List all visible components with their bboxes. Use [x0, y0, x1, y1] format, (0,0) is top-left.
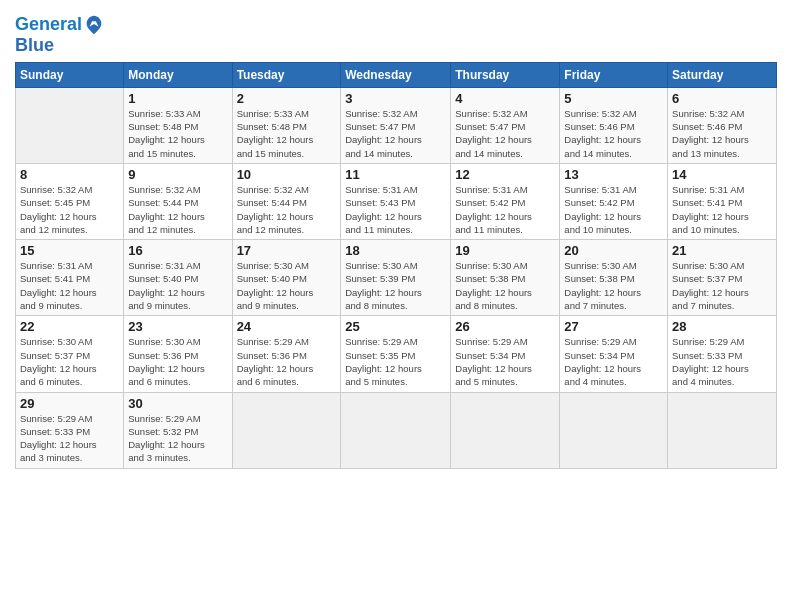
- calendar-body: 1Sunrise: 5:33 AMSunset: 5:48 PMDaylight…: [16, 87, 777, 468]
- day-info: Sunrise: 5:33 AMSunset: 5:48 PMDaylight:…: [237, 107, 337, 160]
- day-number: 28: [672, 319, 772, 334]
- calendar-cell: 3Sunrise: 5:32 AMSunset: 5:47 PMDaylight…: [341, 87, 451, 163]
- day-info: Sunrise: 5:32 AMSunset: 5:47 PMDaylight:…: [345, 107, 446, 160]
- day-info: Sunrise: 5:30 AMSunset: 5:37 PMDaylight:…: [20, 335, 119, 388]
- calendar-cell: 14Sunrise: 5:31 AMSunset: 5:41 PMDayligh…: [668, 163, 777, 239]
- day-info: Sunrise: 5:29 AMSunset: 5:33 PMDaylight:…: [20, 412, 119, 465]
- calendar-cell: 4Sunrise: 5:32 AMSunset: 5:47 PMDaylight…: [451, 87, 560, 163]
- calendar-cell: 12Sunrise: 5:31 AMSunset: 5:42 PMDayligh…: [451, 163, 560, 239]
- calendar-cell: 27Sunrise: 5:29 AMSunset: 5:34 PMDayligh…: [560, 316, 668, 392]
- calendar-cell: 2Sunrise: 5:33 AMSunset: 5:48 PMDaylight…: [232, 87, 341, 163]
- calendar-cell: [560, 392, 668, 468]
- day-number: 27: [564, 319, 663, 334]
- logo: General Blue: [15, 14, 106, 56]
- calendar-cell: 15Sunrise: 5:31 AMSunset: 5:41 PMDayligh…: [16, 240, 124, 316]
- header: General Blue: [15, 10, 777, 56]
- day-info: Sunrise: 5:29 AMSunset: 5:34 PMDaylight:…: [564, 335, 663, 388]
- calendar-cell: [668, 392, 777, 468]
- day-info: Sunrise: 5:32 AMSunset: 5:44 PMDaylight:…: [237, 183, 337, 236]
- calendar-cell: 22Sunrise: 5:30 AMSunset: 5:37 PMDayligh…: [16, 316, 124, 392]
- day-number: 15: [20, 243, 119, 258]
- day-number: 18: [345, 243, 446, 258]
- day-number: 9: [128, 167, 227, 182]
- day-info: Sunrise: 5:29 AMSunset: 5:35 PMDaylight:…: [345, 335, 446, 388]
- weekday-header: Sunday: [16, 62, 124, 87]
- day-number: 29: [20, 396, 119, 411]
- day-number: 4: [455, 91, 555, 106]
- logo-blue: Blue: [15, 36, 106, 56]
- day-number: 24: [237, 319, 337, 334]
- day-number: 26: [455, 319, 555, 334]
- day-number: 14: [672, 167, 772, 182]
- calendar-cell: 29Sunrise: 5:29 AMSunset: 5:33 PMDayligh…: [16, 392, 124, 468]
- page-container: General Blue SundayMondayTuesdayWednesda…: [0, 0, 792, 479]
- day-info: Sunrise: 5:30 AMSunset: 5:38 PMDaylight:…: [564, 259, 663, 312]
- calendar-cell: 19Sunrise: 5:30 AMSunset: 5:38 PMDayligh…: [451, 240, 560, 316]
- day-info: Sunrise: 5:31 AMSunset: 5:43 PMDaylight:…: [345, 183, 446, 236]
- day-number: 2: [237, 91, 337, 106]
- calendar-cell: [451, 392, 560, 468]
- day-info: Sunrise: 5:32 AMSunset: 5:45 PMDaylight:…: [20, 183, 119, 236]
- day-number: 25: [345, 319, 446, 334]
- calendar-cell: 10Sunrise: 5:32 AMSunset: 5:44 PMDayligh…: [232, 163, 341, 239]
- day-number: 23: [128, 319, 227, 334]
- day-number: 13: [564, 167, 663, 182]
- calendar-cell: [16, 87, 124, 163]
- day-info: Sunrise: 5:31 AMSunset: 5:42 PMDaylight:…: [455, 183, 555, 236]
- day-info: Sunrise: 5:30 AMSunset: 5:38 PMDaylight:…: [455, 259, 555, 312]
- day-number: 12: [455, 167, 555, 182]
- day-number: 10: [237, 167, 337, 182]
- calendar-cell: 17Sunrise: 5:30 AMSunset: 5:40 PMDayligh…: [232, 240, 341, 316]
- calendar-week-row: 29Sunrise: 5:29 AMSunset: 5:33 PMDayligh…: [16, 392, 777, 468]
- day-number: 16: [128, 243, 227, 258]
- day-number: 5: [564, 91, 663, 106]
- calendar-header-row: SundayMondayTuesdayWednesdayThursdayFrid…: [16, 62, 777, 87]
- day-info: Sunrise: 5:32 AMSunset: 5:46 PMDaylight:…: [672, 107, 772, 160]
- day-number: 8: [20, 167, 119, 182]
- weekday-header: Tuesday: [232, 62, 341, 87]
- day-number: 21: [672, 243, 772, 258]
- weekday-header: Wednesday: [341, 62, 451, 87]
- day-info: Sunrise: 5:31 AMSunset: 5:41 PMDaylight:…: [672, 183, 772, 236]
- calendar-cell: 28Sunrise: 5:29 AMSunset: 5:33 PMDayligh…: [668, 316, 777, 392]
- calendar-cell: 1Sunrise: 5:33 AMSunset: 5:48 PMDaylight…: [124, 87, 232, 163]
- day-number: 3: [345, 91, 446, 106]
- calendar-cell: 11Sunrise: 5:31 AMSunset: 5:43 PMDayligh…: [341, 163, 451, 239]
- weekday-header: Monday: [124, 62, 232, 87]
- calendar-cell: 26Sunrise: 5:29 AMSunset: 5:34 PMDayligh…: [451, 316, 560, 392]
- calendar-week-row: 1Sunrise: 5:33 AMSunset: 5:48 PMDaylight…: [16, 87, 777, 163]
- calendar-cell: 5Sunrise: 5:32 AMSunset: 5:46 PMDaylight…: [560, 87, 668, 163]
- calendar-table: SundayMondayTuesdayWednesdayThursdayFrid…: [15, 62, 777, 469]
- day-number: 22: [20, 319, 119, 334]
- day-number: 11: [345, 167, 446, 182]
- weekday-header: Thursday: [451, 62, 560, 87]
- calendar-week-row: 8Sunrise: 5:32 AMSunset: 5:45 PMDaylight…: [16, 163, 777, 239]
- day-info: Sunrise: 5:31 AMSunset: 5:40 PMDaylight:…: [128, 259, 227, 312]
- weekday-header: Friday: [560, 62, 668, 87]
- calendar-cell: 21Sunrise: 5:30 AMSunset: 5:37 PMDayligh…: [668, 240, 777, 316]
- day-info: Sunrise: 5:31 AMSunset: 5:42 PMDaylight:…: [564, 183, 663, 236]
- calendar-cell: 23Sunrise: 5:30 AMSunset: 5:36 PMDayligh…: [124, 316, 232, 392]
- day-info: Sunrise: 5:32 AMSunset: 5:46 PMDaylight:…: [564, 107, 663, 160]
- calendar-cell: 8Sunrise: 5:32 AMSunset: 5:45 PMDaylight…: [16, 163, 124, 239]
- day-info: Sunrise: 5:33 AMSunset: 5:48 PMDaylight:…: [128, 107, 227, 160]
- day-info: Sunrise: 5:30 AMSunset: 5:39 PMDaylight:…: [345, 259, 446, 312]
- calendar-cell: 20Sunrise: 5:30 AMSunset: 5:38 PMDayligh…: [560, 240, 668, 316]
- day-info: Sunrise: 5:30 AMSunset: 5:40 PMDaylight:…: [237, 259, 337, 312]
- calendar-cell: 16Sunrise: 5:31 AMSunset: 5:40 PMDayligh…: [124, 240, 232, 316]
- weekday-header: Saturday: [668, 62, 777, 87]
- calendar-cell: 6Sunrise: 5:32 AMSunset: 5:46 PMDaylight…: [668, 87, 777, 163]
- day-info: Sunrise: 5:31 AMSunset: 5:41 PMDaylight:…: [20, 259, 119, 312]
- calendar-cell: 9Sunrise: 5:32 AMSunset: 5:44 PMDaylight…: [124, 163, 232, 239]
- day-number: 20: [564, 243, 663, 258]
- calendar-cell: 24Sunrise: 5:29 AMSunset: 5:36 PMDayligh…: [232, 316, 341, 392]
- calendar-cell: 13Sunrise: 5:31 AMSunset: 5:42 PMDayligh…: [560, 163, 668, 239]
- day-number: 6: [672, 91, 772, 106]
- day-number: 30: [128, 396, 227, 411]
- calendar-cell: 25Sunrise: 5:29 AMSunset: 5:35 PMDayligh…: [341, 316, 451, 392]
- day-info: Sunrise: 5:29 AMSunset: 5:34 PMDaylight:…: [455, 335, 555, 388]
- calendar-cell: [232, 392, 341, 468]
- day-number: 17: [237, 243, 337, 258]
- calendar-week-row: 22Sunrise: 5:30 AMSunset: 5:37 PMDayligh…: [16, 316, 777, 392]
- logo-text: General: [15, 14, 106, 36]
